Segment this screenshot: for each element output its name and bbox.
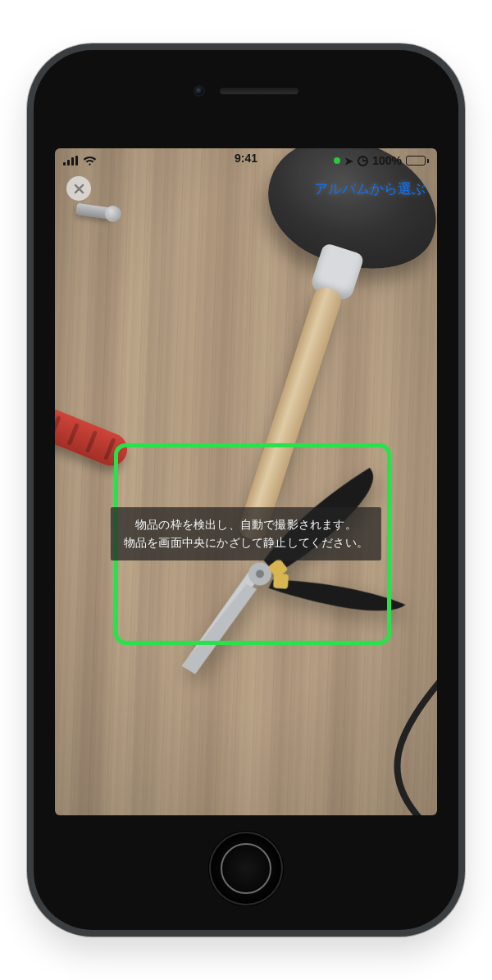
- status-bar: 9:41 ➤ 100%: [55, 148, 437, 170]
- camera-viewfinder[interactable]: [55, 148, 437, 815]
- wifi-icon: [83, 156, 97, 166]
- battery-icon: [406, 156, 429, 166]
- choose-from-album-link[interactable]: アルバムから選ぶ: [314, 179, 426, 198]
- svg-rect-3: [273, 574, 289, 589]
- cable-object: [298, 676, 437, 815]
- cellular-signal-icon: [63, 156, 78, 166]
- instruction-line1: 物品の枠を検出し、自動で撮影されます。: [135, 518, 357, 531]
- earpiece-speaker: [220, 88, 298, 94]
- home-button-ring-icon: [221, 843, 271, 894]
- location-icon: ➤: [344, 155, 353, 167]
- home-button[interactable]: [209, 832, 283, 905]
- close-button[interactable]: [66, 176, 91, 201]
- alarm-icon: [358, 156, 368, 166]
- phone-bezel: 物品の枠を検出し、自動で撮影されます。 物品を画面中央にかざして静止してください…: [34, 50, 458, 930]
- nav-bar: アルバムから選ぶ: [55, 170, 437, 207]
- screen: 物品の枠を検出し、自動で撮影されます。 物品を画面中央にかざして静止してください…: [55, 148, 437, 815]
- status-time: 9:41: [235, 152, 257, 165]
- close-icon: [74, 184, 84, 194]
- phone-frame: 物品の枠を検出し、自動で撮影されます。 物品を画面中央にかざして静止してください…: [27, 43, 465, 937]
- battery-percent: 100%: [372, 154, 402, 167]
- sensor-bar: [34, 83, 458, 99]
- instruction-line2: 物品を画面中央にかざして静止してください。: [124, 533, 368, 551]
- camera-in-use-indicator-icon: [334, 157, 340, 164]
- front-camera: [194, 85, 205, 97]
- instruction-toast: 物品の枠を検出し、自動で撮影されます。 物品を画面中央にかざして静止してください…: [111, 507, 381, 560]
